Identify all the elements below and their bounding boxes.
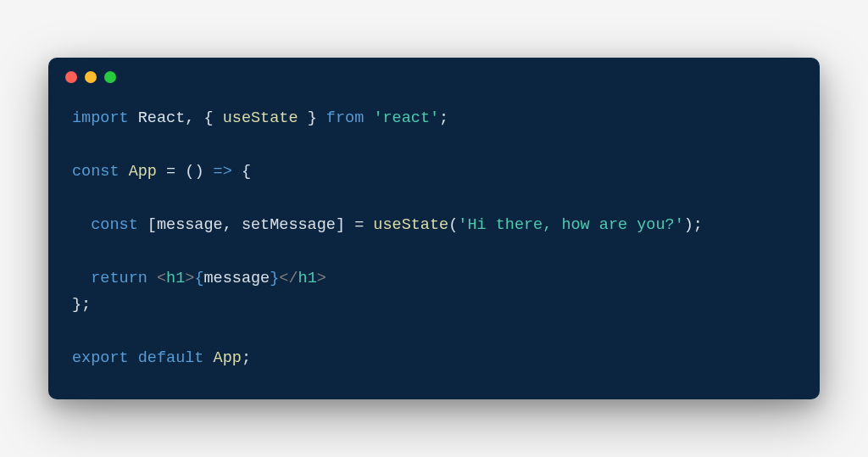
punc: ] [336,216,345,234]
str-react: 'react' [373,109,439,127]
id-react: React [138,109,186,127]
code-area: import React, { useState } from 'react';… [48,90,820,398]
indent [72,270,91,287]
punc: ; [81,296,91,314]
id-app: App [129,163,157,181]
str-message: 'Hi there, how are you?' [458,216,683,234]
id-usestate: useState [223,109,298,127]
punc: , [223,216,232,234]
punc: , [185,109,194,127]
kw-from: from [326,109,364,127]
punc: ; [439,109,448,127]
punc: ( [185,163,194,181]
kw-export: export [72,349,129,367]
kw-const: const [91,216,138,234]
jsx-brace: } [270,270,279,287]
punc: ( [448,216,458,234]
kw-const: const [72,163,120,181]
tag-close: > [185,270,194,287]
close-icon[interactable] [65,71,77,83]
punc: = [166,163,175,181]
id-message: message [157,216,223,234]
punc: } [72,296,81,314]
kw-return: return [91,270,147,287]
id-setmessage: setMessage [242,216,336,234]
arrow: => [214,163,232,181]
punc: { [242,163,251,181]
tag-open: < [157,270,166,287]
tag-open: </ [279,270,298,287]
punc: ) [194,163,203,181]
punc: ; [242,349,251,367]
id-app: App [214,349,242,367]
tag-h1: h1 [298,270,317,287]
maximize-icon[interactable] [104,71,116,83]
punc: { [203,109,213,127]
punc: ; [693,216,703,234]
minimize-icon[interactable] [85,71,97,83]
indent [72,216,91,234]
punc: } [308,109,317,127]
kw-import: import [72,109,129,127]
window-titlebar [48,58,820,90]
punc: ) [684,216,693,234]
punc: = [354,216,364,234]
id-message: message [204,270,270,287]
kw-default: default [138,349,204,367]
punc: [ [147,216,157,234]
jsx-brace: { [194,270,203,287]
code-window: import React, { useState } from 'react';… [48,58,820,398]
tag-h1: h1 [166,270,185,287]
tag-close: > [317,270,326,287]
fn-usestate: useState [373,216,448,234]
